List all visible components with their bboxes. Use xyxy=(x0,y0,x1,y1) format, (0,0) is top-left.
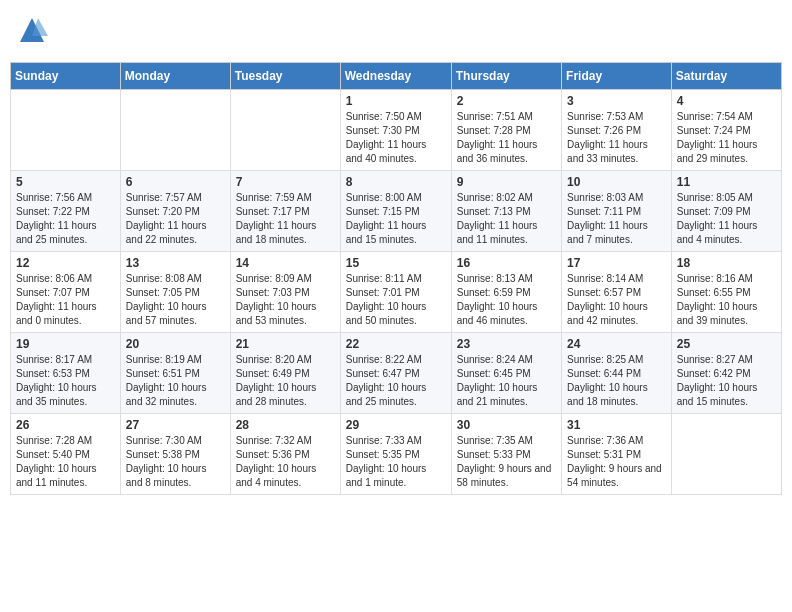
weekday-header-tuesday: Tuesday xyxy=(230,63,340,90)
calendar-cell: 9Sunrise: 8:02 AM Sunset: 7:13 PM Daylig… xyxy=(451,171,561,252)
calendar-cell: 7Sunrise: 7:59 AM Sunset: 7:17 PM Daylig… xyxy=(230,171,340,252)
day-number: 9 xyxy=(457,175,556,189)
day-info: Sunrise: 8:25 AM Sunset: 6:44 PM Dayligh… xyxy=(567,353,666,409)
calendar-cell: 30Sunrise: 7:35 AM Sunset: 5:33 PM Dayli… xyxy=(451,414,561,495)
day-info: Sunrise: 7:33 AM Sunset: 5:35 PM Dayligh… xyxy=(346,434,446,490)
calendar-cell: 1Sunrise: 7:50 AM Sunset: 7:30 PM Daylig… xyxy=(340,90,451,171)
calendar-cell: 31Sunrise: 7:36 AM Sunset: 5:31 PM Dayli… xyxy=(562,414,672,495)
day-info: Sunrise: 8:05 AM Sunset: 7:09 PM Dayligh… xyxy=(677,191,776,247)
day-info: Sunrise: 7:36 AM Sunset: 5:31 PM Dayligh… xyxy=(567,434,666,490)
calendar-week-row: 26Sunrise: 7:28 AM Sunset: 5:40 PM Dayli… xyxy=(11,414,782,495)
weekday-header-row: SundayMondayTuesdayWednesdayThursdayFrid… xyxy=(11,63,782,90)
day-number: 5 xyxy=(16,175,115,189)
weekday-header-saturday: Saturday xyxy=(671,63,781,90)
calendar-cell: 12Sunrise: 8:06 AM Sunset: 7:07 PM Dayli… xyxy=(11,252,121,333)
calendar-cell: 5Sunrise: 7:56 AM Sunset: 7:22 PM Daylig… xyxy=(11,171,121,252)
day-info: Sunrise: 7:59 AM Sunset: 7:17 PM Dayligh… xyxy=(236,191,335,247)
calendar-cell: 15Sunrise: 8:11 AM Sunset: 7:01 PM Dayli… xyxy=(340,252,451,333)
day-info: Sunrise: 7:53 AM Sunset: 7:26 PM Dayligh… xyxy=(567,110,666,166)
calendar-cell: 10Sunrise: 8:03 AM Sunset: 7:11 PM Dayli… xyxy=(562,171,672,252)
calendar-cell xyxy=(11,90,121,171)
day-number: 15 xyxy=(346,256,446,270)
calendar-cell: 8Sunrise: 8:00 AM Sunset: 7:15 PM Daylig… xyxy=(340,171,451,252)
day-number: 11 xyxy=(677,175,776,189)
calendar-cell: 20Sunrise: 8:19 AM Sunset: 6:51 PM Dayli… xyxy=(120,333,230,414)
calendar-cell: 19Sunrise: 8:17 AM Sunset: 6:53 PM Dayli… xyxy=(11,333,121,414)
page-header xyxy=(10,10,782,54)
calendar-table: SundayMondayTuesdayWednesdayThursdayFrid… xyxy=(10,62,782,495)
day-number: 3 xyxy=(567,94,666,108)
calendar-cell: 2Sunrise: 7:51 AM Sunset: 7:28 PM Daylig… xyxy=(451,90,561,171)
calendar-cell: 18Sunrise: 8:16 AM Sunset: 6:55 PM Dayli… xyxy=(671,252,781,333)
day-number: 18 xyxy=(677,256,776,270)
day-number: 7 xyxy=(236,175,335,189)
day-info: Sunrise: 8:20 AM Sunset: 6:49 PM Dayligh… xyxy=(236,353,335,409)
calendar-cell: 6Sunrise: 7:57 AM Sunset: 7:20 PM Daylig… xyxy=(120,171,230,252)
day-info: Sunrise: 8:03 AM Sunset: 7:11 PM Dayligh… xyxy=(567,191,666,247)
day-info: Sunrise: 7:28 AM Sunset: 5:40 PM Dayligh… xyxy=(16,434,115,490)
day-number: 28 xyxy=(236,418,335,432)
day-number: 19 xyxy=(16,337,115,351)
calendar-cell: 21Sunrise: 8:20 AM Sunset: 6:49 PM Dayli… xyxy=(230,333,340,414)
day-number: 27 xyxy=(126,418,225,432)
day-info: Sunrise: 7:30 AM Sunset: 5:38 PM Dayligh… xyxy=(126,434,225,490)
day-number: 1 xyxy=(346,94,446,108)
calendar-week-row: 5Sunrise: 7:56 AM Sunset: 7:22 PM Daylig… xyxy=(11,171,782,252)
calendar-cell xyxy=(671,414,781,495)
day-info: Sunrise: 7:35 AM Sunset: 5:33 PM Dayligh… xyxy=(457,434,556,490)
weekday-header-friday: Friday xyxy=(562,63,672,90)
calendar-cell: 14Sunrise: 8:09 AM Sunset: 7:03 PM Dayli… xyxy=(230,252,340,333)
calendar-cell: 13Sunrise: 8:08 AM Sunset: 7:05 PM Dayli… xyxy=(120,252,230,333)
day-info: Sunrise: 8:24 AM Sunset: 6:45 PM Dayligh… xyxy=(457,353,556,409)
calendar-cell: 3Sunrise: 7:53 AM Sunset: 7:26 PM Daylig… xyxy=(562,90,672,171)
day-info: Sunrise: 7:56 AM Sunset: 7:22 PM Dayligh… xyxy=(16,191,115,247)
calendar-week-row: 12Sunrise: 8:06 AM Sunset: 7:07 PM Dayli… xyxy=(11,252,782,333)
day-number: 6 xyxy=(126,175,225,189)
day-info: Sunrise: 8:11 AM Sunset: 7:01 PM Dayligh… xyxy=(346,272,446,328)
day-info: Sunrise: 7:50 AM Sunset: 7:30 PM Dayligh… xyxy=(346,110,446,166)
day-number: 10 xyxy=(567,175,666,189)
day-number: 24 xyxy=(567,337,666,351)
calendar-cell: 28Sunrise: 7:32 AM Sunset: 5:36 PM Dayli… xyxy=(230,414,340,495)
day-info: Sunrise: 7:54 AM Sunset: 7:24 PM Dayligh… xyxy=(677,110,776,166)
calendar-cell: 4Sunrise: 7:54 AM Sunset: 7:24 PM Daylig… xyxy=(671,90,781,171)
day-number: 26 xyxy=(16,418,115,432)
calendar-cell: 11Sunrise: 8:05 AM Sunset: 7:09 PM Dayli… xyxy=(671,171,781,252)
day-info: Sunrise: 8:13 AM Sunset: 6:59 PM Dayligh… xyxy=(457,272,556,328)
logo xyxy=(16,14,52,50)
day-number: 14 xyxy=(236,256,335,270)
day-number: 29 xyxy=(346,418,446,432)
day-info: Sunrise: 8:27 AM Sunset: 6:42 PM Dayligh… xyxy=(677,353,776,409)
day-number: 22 xyxy=(346,337,446,351)
day-number: 4 xyxy=(677,94,776,108)
calendar-cell: 23Sunrise: 8:24 AM Sunset: 6:45 PM Dayli… xyxy=(451,333,561,414)
day-info: Sunrise: 8:16 AM Sunset: 6:55 PM Dayligh… xyxy=(677,272,776,328)
day-number: 16 xyxy=(457,256,556,270)
logo-icon xyxy=(16,14,48,46)
day-number: 8 xyxy=(346,175,446,189)
day-info: Sunrise: 8:17 AM Sunset: 6:53 PM Dayligh… xyxy=(16,353,115,409)
calendar-week-row: 19Sunrise: 8:17 AM Sunset: 6:53 PM Dayli… xyxy=(11,333,782,414)
calendar-cell: 25Sunrise: 8:27 AM Sunset: 6:42 PM Dayli… xyxy=(671,333,781,414)
day-info: Sunrise: 8:08 AM Sunset: 7:05 PM Dayligh… xyxy=(126,272,225,328)
calendar-week-row: 1Sunrise: 7:50 AM Sunset: 7:30 PM Daylig… xyxy=(11,90,782,171)
calendar-cell: 26Sunrise: 7:28 AM Sunset: 5:40 PM Dayli… xyxy=(11,414,121,495)
calendar-cell: 16Sunrise: 8:13 AM Sunset: 6:59 PM Dayli… xyxy=(451,252,561,333)
day-number: 31 xyxy=(567,418,666,432)
calendar-cell: 24Sunrise: 8:25 AM Sunset: 6:44 PM Dayli… xyxy=(562,333,672,414)
calendar-cell xyxy=(230,90,340,171)
day-number: 23 xyxy=(457,337,556,351)
calendar-cell: 27Sunrise: 7:30 AM Sunset: 5:38 PM Dayli… xyxy=(120,414,230,495)
day-number: 20 xyxy=(126,337,225,351)
day-number: 13 xyxy=(126,256,225,270)
day-info: Sunrise: 7:32 AM Sunset: 5:36 PM Dayligh… xyxy=(236,434,335,490)
calendar-cell: 29Sunrise: 7:33 AM Sunset: 5:35 PM Dayli… xyxy=(340,414,451,495)
weekday-header-thursday: Thursday xyxy=(451,63,561,90)
day-info: Sunrise: 8:19 AM Sunset: 6:51 PM Dayligh… xyxy=(126,353,225,409)
weekday-header-wednesday: Wednesday xyxy=(340,63,451,90)
day-info: Sunrise: 8:00 AM Sunset: 7:15 PM Dayligh… xyxy=(346,191,446,247)
day-number: 2 xyxy=(457,94,556,108)
day-info: Sunrise: 7:51 AM Sunset: 7:28 PM Dayligh… xyxy=(457,110,556,166)
day-number: 17 xyxy=(567,256,666,270)
day-number: 12 xyxy=(16,256,115,270)
